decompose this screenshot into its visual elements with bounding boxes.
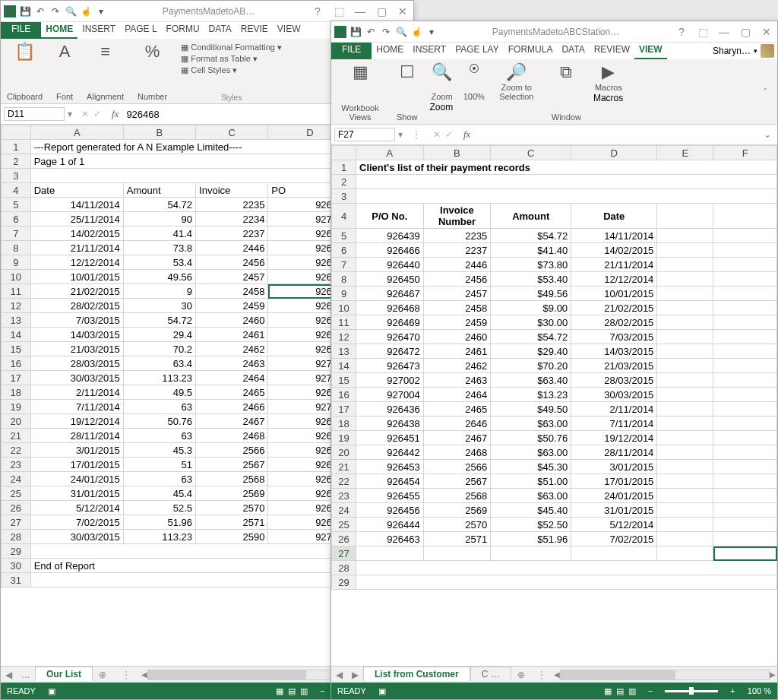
close-icon[interactable]: ✕ xyxy=(759,26,774,38)
table-row[interactable]: 169270042464$13.2330/03/2015 xyxy=(332,388,777,402)
fx-icon[interactable]: fx xyxy=(107,108,123,120)
normal-view-icon[interactable]: ▦ xyxy=(276,686,283,696)
macro-record-icon[interactable]: ▣ xyxy=(48,686,55,696)
table-row[interactable]: 129264702460$54.727/03/2015 xyxy=(332,330,777,344)
maximize-icon[interactable]: ▢ xyxy=(374,5,389,17)
font-icon[interactable]: A xyxy=(59,42,71,62)
tab-home[interactable]: HOME xyxy=(372,43,408,59)
tab-data[interactable]: DATA xyxy=(557,43,589,59)
undo-icon[interactable]: ↶ xyxy=(34,5,46,17)
save-icon[interactable]: 💾 xyxy=(349,26,362,38)
tab-review[interactable]: REVIE xyxy=(236,22,273,39)
tab-formulas[interactable]: FORMULA xyxy=(504,43,558,59)
cancel-icon[interactable]: ✕ xyxy=(433,129,441,140)
name-box[interactable] xyxy=(4,107,65,121)
redo-icon[interactable]: ↷ xyxy=(49,5,62,17)
sheet-nav-prev-icon[interactable]: ◀ xyxy=(1,670,17,680)
preview-icon[interactable]: 🔍 xyxy=(65,5,77,17)
paste-icon[interactable]: 📋 xyxy=(14,42,35,62)
macro-record-icon[interactable]: ▣ xyxy=(378,686,386,696)
touch-icon[interactable]: ☝ xyxy=(80,5,92,17)
preview-icon[interactable]: 🔍 xyxy=(395,26,407,38)
table-row[interactable]: 199264512467$50.7619/12/2014 xyxy=(332,431,777,445)
client-title[interactable]: Client's list of their payment records xyxy=(356,160,777,175)
percent-icon[interactable]: % xyxy=(145,42,160,62)
workbook-views-button[interactable]: ▦ Workbook Views xyxy=(336,62,384,122)
table-row[interactable]: 219264532566$45.303/01/2015 xyxy=(332,460,777,474)
file-tab[interactable]: FILE xyxy=(1,22,41,39)
page-layout-view-icon[interactable]: ▤ xyxy=(288,686,296,696)
tab-insert[interactable]: INSERT xyxy=(408,43,451,59)
help-icon[interactable]: ? xyxy=(310,5,325,17)
table-row[interactable]: 119264692459$30.0028/02/2015 xyxy=(332,315,777,330)
help-icon[interactable]: ? xyxy=(674,26,689,38)
tab-page-layout[interactable]: PAGE LAY xyxy=(451,43,504,59)
fx-icon[interactable]: fx xyxy=(459,128,475,141)
selected-cell[interactable] xyxy=(713,546,777,561)
table-row[interactable]: 89264502456$53.4012/12/2014 xyxy=(332,272,777,287)
touch-icon[interactable]: ☝ xyxy=(410,26,422,38)
add-sheet-icon[interactable]: ⊕ xyxy=(93,670,112,680)
qat-more-icon[interactable]: ▾ xyxy=(95,5,107,17)
tab-insert[interactable]: INSERT xyxy=(77,22,120,39)
zoom-out-icon[interactable]: − xyxy=(648,686,653,695)
minimize-icon[interactable]: — xyxy=(716,26,732,38)
table-row[interactable]: 69264662237$41.4014/02/2015 xyxy=(332,243,777,258)
zoom-out-icon[interactable]: − xyxy=(320,686,324,695)
tab-data[interactable]: DATA xyxy=(204,22,236,39)
spreadsheet-grid[interactable]: A B C D E F 1Client's list of their paym… xyxy=(331,145,777,666)
zoom-selection-button[interactable]: 🔎 Zoom to Selection xyxy=(494,62,539,102)
ribbon-display-icon[interactable]: ⬚ xyxy=(695,26,710,38)
undo-icon[interactable]: ↶ xyxy=(365,26,377,38)
table-row[interactable]: 249264562569$45.4031/01/2015 xyxy=(332,503,777,518)
enter-icon[interactable]: ✓ xyxy=(93,109,101,119)
group-alignment[interactable]: ≡ Alignment xyxy=(85,42,125,102)
macros-button[interactable]: ▶ Macros xyxy=(593,62,624,93)
table-row[interactable]: 149264732462$70.2021/03/2015 xyxy=(332,359,777,373)
sheet-tab-active[interactable]: List from Customer xyxy=(363,667,470,681)
tab-review[interactable]: REVIEW xyxy=(590,43,634,59)
zoom-level[interactable]: 100 % xyxy=(748,686,771,695)
table-row[interactable]: 269264632571$51.967/02/2015 xyxy=(332,532,777,546)
tab-home[interactable]: HOME xyxy=(41,22,77,39)
zoom-slider[interactable] xyxy=(665,690,718,692)
zoom-100-button[interactable]: ⦿ 100% xyxy=(462,62,486,102)
zoom-in-icon[interactable]: + xyxy=(730,686,735,695)
format-as-table-button[interactable]: ▦ Format as Table ▾ xyxy=(181,53,258,65)
cancel-icon[interactable]: ✕ xyxy=(81,109,89,119)
sheet-tab-active[interactable]: Our List xyxy=(35,667,93,681)
redo-icon[interactable]: ↷ xyxy=(380,26,392,38)
qat-more-icon[interactable]: ▾ xyxy=(425,26,438,38)
table-row[interactable]: 99264672457$49.5610/01/2015 xyxy=(332,287,777,301)
cell-styles-button[interactable]: ▦ Cell Styles ▾ xyxy=(181,65,237,76)
tab-page-layout[interactable]: PAGE L xyxy=(120,22,161,39)
collapse-ribbon-icon[interactable]: ˆ xyxy=(757,87,773,98)
file-tab[interactable]: FILE xyxy=(331,43,372,59)
table-row[interactable]: 139264722461$29.4014/03/2015 xyxy=(332,344,777,359)
table-row[interactable]: 79264402446$73.8021/11/2014 xyxy=(332,258,777,272)
zoom-button[interactable]: 🔍 Zoom xyxy=(430,62,454,102)
expand-formula-icon[interactable]: ⌄ xyxy=(761,129,774,140)
page-break-view-icon[interactable]: ▥ xyxy=(300,686,308,696)
tab-view[interactable]: VIEW xyxy=(634,43,667,59)
table-row[interactable]: 59264392235$54.7214/11/2014 xyxy=(332,229,777,243)
user-account[interactable]: Sharyn…▾ xyxy=(710,43,777,59)
tab-view[interactable]: VIEW xyxy=(273,22,305,39)
sheet-nav-prev-icon[interactable]: ◀ xyxy=(331,670,347,680)
group-clipboard[interactable]: 📋 Clipboard xyxy=(5,42,44,102)
align-icon[interactable]: ≡ xyxy=(100,42,110,62)
show-button[interactable]: ☐ Show xyxy=(395,62,419,122)
horizontal-scrollbar[interactable]: ◀ ▶ xyxy=(552,670,777,680)
page-break-view-icon[interactable]: ▥ xyxy=(628,686,636,696)
table-row[interactable]: 109264682458$9.0021/02/2015 xyxy=(332,301,777,315)
add-sheet-icon[interactable]: ⊕ xyxy=(511,670,531,680)
table-row[interactable]: 209264422468$63.0028/11/2014 xyxy=(332,445,777,460)
page-layout-view-icon[interactable]: ▤ xyxy=(616,686,624,696)
name-box[interactable] xyxy=(334,128,395,141)
maximize-icon[interactable]: ▢ xyxy=(738,26,753,38)
normal-view-icon[interactable]: ▦ xyxy=(604,686,612,696)
conditional-formatting-button[interactable]: ▦ Conditional Formatting ▾ xyxy=(181,42,282,53)
formula-input[interactable] xyxy=(475,128,761,141)
sheet-nav-more-icon[interactable]: … xyxy=(17,670,35,680)
table-row[interactable]: 159270022463$63.4028/03/2015 xyxy=(332,373,777,388)
